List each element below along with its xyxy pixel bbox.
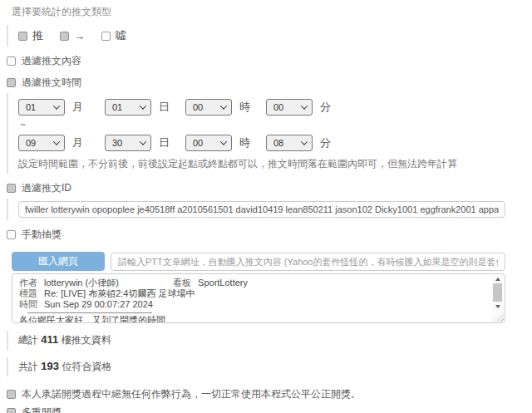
to-minute-select[interactable]: 08	[266, 135, 313, 151]
id-filter-row: 過濾推文ID	[7, 181, 532, 195]
to-hour-select[interactable]: 00	[185, 135, 232, 151]
chevron-down-icon	[140, 102, 146, 109]
month-unit-label: 月	[72, 135, 83, 150]
boo-checkbox[interactable]	[101, 32, 111, 41]
import-page-button[interactable]: 匯入網頁	[12, 252, 105, 271]
total-stat: 總計 411 樓推文資料	[7, 331, 532, 350]
from-minute-select[interactable]: 00	[266, 99, 313, 116]
article-line-author-board: 作者lotterywin (小律師) 看板SportLottery	[19, 278, 486, 288]
manual-row: 手動抽獎	[7, 228, 532, 242]
article-line-title: 標題Re: [LIVE] 布萊頓2:4切爾西 足球場中	[19, 288, 486, 299]
chevron-down-icon	[220, 102, 227, 109]
pledge-label: 本人承諾開獎過程中絕無任何作弊行為，一切正常使用本程式公平公正開獎。	[22, 387, 361, 401]
time-from-row: 01 月 01 日 00 時 00 分	[18, 99, 532, 116]
chevron-down-icon	[220, 138, 227, 145]
to-day-select[interactable]: 30	[105, 135, 151, 151]
chevron-down-icon	[301, 138, 308, 145]
id-filter-block	[7, 199, 532, 220]
article-board: SportLottery	[198, 278, 248, 288]
article-separator	[27, 312, 152, 313]
day-unit-label: 日	[159, 135, 170, 150]
chevron-down-icon	[301, 102, 308, 109]
pledge-checkbox[interactable]	[7, 390, 16, 399]
to-month-select[interactable]: 09	[18, 135, 65, 151]
article-time: Sun Sep 29 00:07:27 2024	[44, 299, 153, 309]
push-type-filter: 推 → 噓	[7, 25, 532, 47]
scroll-down-icon[interactable]	[495, 305, 500, 308]
multi-draw-label: 多重開獎	[22, 406, 62, 413]
content-filter-row: 過濾推文內容	[7, 54, 532, 68]
page-title: 選擇要統計的推文類型	[12, 5, 532, 19]
scrollbar-thumb[interactable]	[493, 283, 502, 302]
id-filter-checkbox[interactable]	[7, 184, 16, 193]
manual-checkbox[interactable]	[7, 230, 16, 239]
month-unit-label: 月	[72, 100, 83, 115]
chevron-down-icon	[53, 138, 60, 145]
id-filter-label: 過濾推文ID	[22, 181, 71, 195]
type-option-arrow[interactable]: →	[60, 30, 85, 42]
time-to-row: 09 月 30 日 00 時 08 分	[18, 135, 532, 151]
id-filter-input[interactable]	[18, 201, 505, 218]
time-label: 時間	[19, 299, 37, 309]
article-textarea[interactable]: 作者lotterywin (小律師) 看板SportLottery 標題Re: …	[12, 273, 505, 323]
qualified-stat: 共計 193 位符合資格	[7, 357, 532, 376]
article-author: lotterywin (小律師)	[44, 278, 119, 288]
range-separator: ~	[20, 119, 532, 130]
minute-unit-label: 分	[320, 100, 331, 115]
pledge-row: 本人承諾開獎過程中絕無任何作弊行為，一切正常使用本程式公平公正開獎。	[7, 387, 532, 401]
chevron-down-icon	[140, 138, 146, 145]
article-line-time: 時間Sun Sep 29 00:07:27 2024	[19, 299, 486, 310]
article-title: Re: [LIVE] 布萊頓2:4切爾西 足球場中	[44, 288, 195, 298]
total-count: 411	[41, 333, 58, 346]
author-label: 作者	[19, 278, 37, 288]
from-month-select[interactable]: 01	[18, 99, 65, 116]
time-filter-row: 過濾推文時間	[7, 76, 532, 90]
content-filter-label: 過濾推文內容	[22, 54, 81, 68]
arrow-checkbox[interactable]	[60, 32, 69, 41]
title-label: 標題	[19, 288, 37, 298]
day-unit-label: 日	[159, 100, 170, 115]
manual-label: 手動抽獎	[22, 228, 62, 242]
import-row: 匯入網頁	[12, 252, 532, 271]
push-label: 推	[32, 28, 43, 43]
type-option-boo[interactable]: 噓	[101, 28, 126, 43]
article-url-input[interactable]	[111, 253, 505, 271]
multi-draw-checkbox[interactable]	[7, 408, 16, 413]
time-range-block: 01 月 01 日 00 時 00 分 ~ 09 月 30 日 00 時	[7, 93, 532, 174]
from-hour-select[interactable]: 00	[185, 99, 232, 116]
multi-draw-row: 多重開獎	[7, 406, 532, 413]
boo-label: 噓	[116, 28, 126, 43]
scroll-up-icon[interactable]	[495, 278, 500, 281]
minute-unit-label: 分	[320, 135, 331, 150]
hour-unit-label: 時	[239, 100, 250, 115]
push-checkbox[interactable]	[18, 32, 27, 41]
content-filter-checkbox[interactable]	[7, 57, 16, 66]
chevron-down-icon	[53, 102, 60, 109]
type-option-push[interactable]: 推	[18, 28, 43, 43]
from-day-select[interactable]: 01	[105, 99, 151, 116]
qualified-count: 193	[41, 360, 59, 372]
board-label: 看板	[173, 278, 191, 288]
article-clipped-line: 各位鄉民大家好，又到了開獎的時間	[19, 315, 486, 323]
arrow-label: →	[74, 30, 85, 42]
time-filter-checkbox[interactable]	[7, 78, 16, 87]
time-filter-label: 過濾推文時間	[22, 76, 81, 90]
time-range-hint: 設定時間範圍，不分前後，前後設定起點或終點都可以，推文時間落在範圍內即可，但無法…	[18, 157, 532, 171]
hour-unit-label: 時	[239, 135, 250, 150]
